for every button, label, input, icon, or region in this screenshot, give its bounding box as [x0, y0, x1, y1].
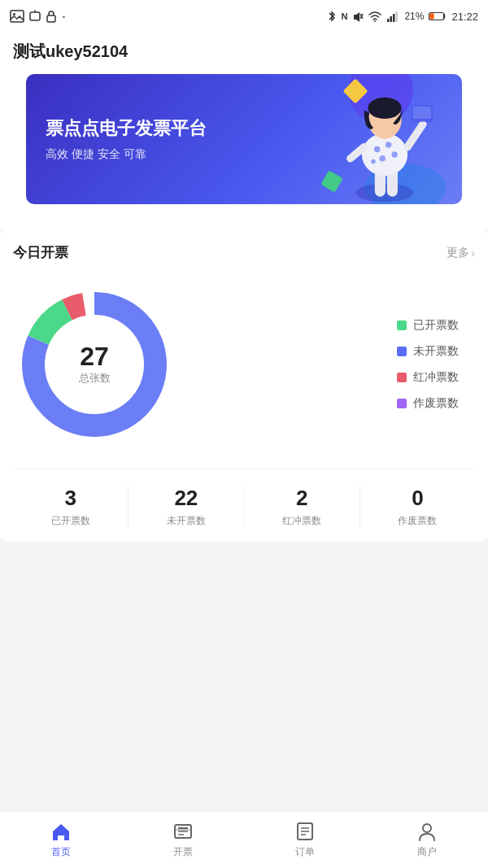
dot-indicator: ·: [62, 8, 66, 25]
legend-dot-red: [397, 373, 407, 382]
svg-rect-10: [393, 14, 395, 22]
svg-point-18: [374, 146, 381, 153]
chart-legend: 已开票数 未开票数 红冲票数 作废票数: [397, 318, 475, 411]
stat-issued: 3 已开票数: [13, 486, 129, 528]
issue-icon: [172, 821, 194, 842]
signal-icon: [386, 11, 399, 22]
svg-rect-9: [390, 16, 393, 22]
banner-subtitle: 高效 便捷 安全 可靠: [46, 147, 207, 162]
chevron-right-icon: ›: [471, 246, 475, 260]
stat-issued-label: 已开票数: [13, 514, 128, 528]
stat-red-number: 2: [245, 486, 359, 511]
total-label: 总张数: [79, 372, 111, 386]
svg-rect-4: [47, 15, 55, 22]
time-display: 21:22: [451, 11, 478, 23]
svg-rect-13: [430, 14, 434, 20]
svg-point-22: [371, 159, 376, 164]
legend-item-void: 作废票数: [397, 396, 459, 411]
stat-pending: 22 未开票数: [129, 486, 244, 528]
nav-item-issue[interactable]: 开票: [122, 821, 244, 859]
banner-content: 票点点电子发票平台 高效 便捷 安全 可靠: [26, 100, 226, 178]
banner: 票点点电子发票平台 高效 便捷 安全 可靠: [26, 74, 462, 204]
legend-dot-void: [397, 399, 407, 408]
legend-dot-pending: [397, 347, 407, 356]
stat-issued-number: 3: [13, 486, 128, 511]
svg-rect-11: [396, 11, 399, 22]
bluetooth-icon: [328, 10, 336, 23]
svg-point-7: [374, 20, 376, 22]
legend-label-void: 作废票数: [413, 396, 459, 411]
svg-point-19: [386, 142, 392, 148]
svg-rect-0: [11, 11, 24, 22]
more-button[interactable]: 更多 ›: [447, 246, 475, 260]
stat-void-label: 作废票数: [360, 514, 475, 528]
battery-percent: 21%: [404, 11, 424, 22]
banner-title: 票点点电子发票平台: [46, 116, 207, 141]
nav-label-home: 首页: [51, 845, 71, 859]
legend-item-pending: 未开票数: [397, 344, 459, 359]
stat-pending-number: 22: [129, 486, 243, 511]
nav-item-home[interactable]: 首页: [0, 821, 122, 859]
nav-item-merchant[interactable]: 商户: [366, 821, 488, 859]
status-left-icons: ·: [10, 8, 66, 25]
status-bar: · N 21%: [0, 0, 488, 33]
svg-point-20: [379, 155, 386, 162]
battery-icon: [429, 11, 447, 21]
wifi-icon: [368, 11, 381, 22]
svg-point-27: [368, 98, 401, 119]
legend-dot-issued: [397, 321, 407, 330]
nfc-icon: N: [341, 11, 347, 21]
status-right-icons: N 21% 21:22: [328, 10, 478, 23]
legend-item-issued: 已开票数: [397, 318, 459, 333]
svg-point-17: [362, 133, 407, 177]
merchant-icon: [416, 821, 438, 842]
nav-item-order[interactable]: 订单: [244, 821, 366, 859]
donut-center: 27 总张数: [79, 342, 111, 386]
home-icon: [50, 821, 72, 842]
svg-rect-29: [413, 107, 432, 119]
section-header: 今日开票 更多 ›: [13, 243, 475, 262]
stat-void: 0 作废票数: [360, 486, 475, 528]
legend-item-red: 红冲票数: [397, 370, 459, 385]
gallery-icon: [10, 10, 24, 23]
nav-label-merchant: 商户: [417, 845, 437, 859]
stat-pending-label: 未开票数: [129, 514, 243, 528]
total-count: 27: [79, 342, 111, 371]
svg-rect-2: [30, 12, 40, 20]
legend-label-pending: 未开票数: [413, 344, 459, 359]
chart-area: 27 总张数 已开票数 未开票数 红冲票数 作废票数: [13, 275, 475, 462]
stat-void-number: 0: [360, 486, 475, 511]
nav-label-issue: 开票: [173, 845, 193, 859]
mute-icon: [352, 11, 364, 22]
stat-red-label: 红冲票数: [245, 514, 359, 528]
more-label: 更多: [447, 246, 469, 260]
nav-label-order: 订单: [295, 845, 315, 859]
page-header: 测试ukey52104: [0, 33, 488, 74]
order-icon: [294, 821, 316, 842]
banner-decoration: [267, 74, 462, 204]
svg-point-21: [391, 151, 398, 158]
legend-label-issued: 已开票数: [413, 318, 459, 333]
bottom-nav: 首页 开票 订单: [0, 811, 488, 868]
stats-row: 3 已开票数 22 未开票数 2 红冲票数 0 作废票数: [13, 469, 475, 528]
donut-chart: 27 总张数: [13, 283, 176, 446]
stat-red: 2 红冲票数: [245, 486, 360, 528]
svg-line-23: [407, 124, 423, 147]
today-invoice-section: 今日开票 更多 ›: [0, 230, 488, 541]
legend-label-red: 红冲票数: [413, 370, 459, 385]
lock-icon: [46, 10, 57, 23]
svg-rect-8: [387, 19, 390, 22]
svg-point-39: [423, 824, 431, 832]
key-icon: [29, 10, 41, 23]
svg-point-1: [13, 13, 15, 15]
section-title: 今日开票: [13, 243, 68, 262]
page-title: 测试ukey52104: [13, 42, 128, 60]
banner-person-illustration: [332, 82, 438, 204]
